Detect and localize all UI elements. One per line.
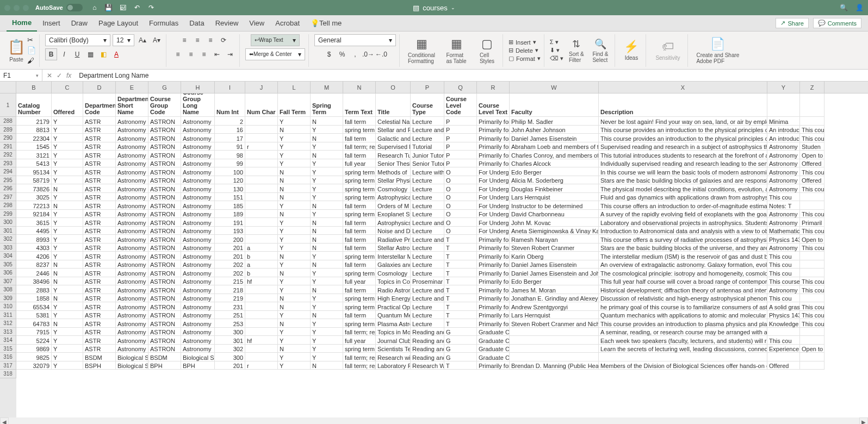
cell[interactable]: Y <box>278 336 311 345</box>
cell[interactable]: 58719 <box>16 176 52 185</box>
tab-page-layout[interactable]: Page Layout <box>93 15 144 32</box>
cell[interactable]: This cou <box>767 260 800 269</box>
cell[interactable]: Laboratory R <box>376 361 411 370</box>
cell[interactable]: Astronomy <box>181 126 215 134</box>
cell[interactable]: Members of the Division of Biological Sc… <box>599 361 767 370</box>
cell[interactable]: ASTR <box>83 328 116 336</box>
cell[interactable]: Lecture and <box>411 218 444 227</box>
comma-icon[interactable]: , <box>349 48 361 60</box>
cell[interactable]: N <box>52 319 83 328</box>
sort-filter-button[interactable]: ⇅Sort & Filter <box>566 38 587 63</box>
cell[interactable]: Junior Tutori <box>411 151 444 159</box>
cell[interactable]: Astronomy <box>116 126 148 134</box>
cell[interactable]: Astronomy <box>116 277 148 286</box>
cell[interactable]: Proseminar <box>411 277 444 286</box>
cancel-icon[interactable]: ✕ <box>47 72 52 79</box>
header-cell[interactable]: Course Group Long Name <box>181 93 215 117</box>
cell[interactable]: N <box>278 167 311 176</box>
cell[interactable]: Lecture <box>411 311 444 320</box>
cell[interactable]: Lecture <box>411 193 444 202</box>
cell[interactable]: Research Tu <box>376 151 411 159</box>
cell[interactable]: Astronomy <box>181 142 215 151</box>
cell[interactable]: fall term <box>343 235 376 244</box>
row-header[interactable]: 316 <box>0 353 16 361</box>
cell[interactable]: This cou <box>767 252 800 260</box>
cell[interactable]: Y <box>311 210 343 219</box>
row-header[interactable]: 291 <box>0 142 16 151</box>
tab-tell-me[interactable]: Tell me <box>305 15 347 32</box>
cell[interactable]: Astronomy <box>116 201 148 210</box>
cell[interactable]: Astronomy <box>116 193 148 202</box>
cell[interactable]: 72213 <box>16 201 52 210</box>
cell[interactable]: ASTRON <box>148 218 181 227</box>
cell[interactable]: Galaxies and <box>376 260 411 269</box>
cell[interactable]: Primarily for <box>477 269 510 277</box>
cell[interactable]: Astronomy 2 <box>767 285 800 294</box>
cell[interactable]: N <box>311 361 343 370</box>
cell[interactable]: T <box>444 361 477 370</box>
cell[interactable]: Y <box>311 252 343 260</box>
cell[interactable] <box>245 328 278 336</box>
cell[interactable]: Astronomy <box>116 319 148 328</box>
cell[interactable]: BPH <box>148 361 181 370</box>
cell[interactable]: Scientists Te <box>376 345 411 353</box>
cell[interactable]: spring term <box>343 319 376 328</box>
cell[interactable]: Steven Robert Cranmer and Nicho <box>510 319 599 328</box>
undo-icon[interactable]: ↶ <box>133 3 141 12</box>
cell[interactable]: spring term <box>343 252 376 260</box>
cell[interactable]: ASTRON <box>148 151 181 159</box>
cell[interactable]: Astronomy <box>116 227 148 235</box>
cell[interactable]: Celestial Na <box>376 117 411 126</box>
cell[interactable]: An introduc <box>767 126 800 134</box>
cell[interactable]: Astronomy <box>181 193 215 202</box>
cell[interactable]: Orders of M <box>376 201 411 210</box>
cell[interactable]: Astronomy <box>181 302 215 311</box>
cell[interactable]: 4495 <box>16 227 52 235</box>
cell[interactable]: spring term <box>343 167 376 176</box>
cell[interactable]: An introduc <box>767 134 800 142</box>
inc-decimal-icon[interactable]: .0→ <box>362 48 374 60</box>
cell[interactable]: Lecture and <box>411 285 444 294</box>
cell[interactable]: BPH <box>181 361 215 370</box>
underline-button[interactable]: U <box>71 48 83 60</box>
cell[interactable]: Y <box>52 193 83 202</box>
header-cell[interactable]: Faculty <box>510 93 599 117</box>
cell[interactable]: N <box>311 218 343 227</box>
cell[interactable]: fall term <box>343 311 376 320</box>
cell[interactable]: Y <box>278 117 311 126</box>
cell-styles-button[interactable]: ▢Cell Styles <box>475 37 499 64</box>
cell[interactable]: Y <box>52 126 83 134</box>
clear-button[interactable]: ⌫ ▾ <box>550 55 563 62</box>
cell[interactable]: fall term <box>343 117 376 126</box>
align-bot-icon[interactable]: ≡ <box>204 34 216 46</box>
cell[interactable]: 301 <box>215 336 245 345</box>
cell[interactable]: Astronomy <box>181 227 215 235</box>
cell[interactable]: N <box>311 134 343 142</box>
cell[interactable]: N <box>52 269 83 277</box>
cell[interactable]: Y <box>52 142 83 151</box>
cell[interactable] <box>245 319 278 328</box>
cell[interactable]: Y <box>278 277 311 286</box>
row-header[interactable]: 1 <box>0 93 16 117</box>
cell[interactable]: 73826 <box>16 184 52 193</box>
cell[interactable]: Andrew Szentgyorgyi <box>510 302 599 311</box>
row-header[interactable]: 298 <box>0 201 16 210</box>
row-header[interactable]: 301 <box>0 227 16 235</box>
cell[interactable]: 2883 <box>16 285 52 294</box>
cell[interactable]: Astronomy <box>181 167 215 176</box>
cell[interactable]: 100 <box>215 167 245 176</box>
row-header[interactable]: 310 <box>0 302 16 311</box>
cell[interactable]: Experience a <box>767 345 800 353</box>
cell[interactable]: 130 <box>215 184 245 193</box>
cell[interactable]: This cou <box>800 227 824 235</box>
cell[interactable]: Y <box>278 159 311 168</box>
cell[interactable]: 4206 <box>16 252 52 260</box>
cell[interactable]: Lecture <box>411 302 444 311</box>
row-header[interactable]: 290 <box>0 134 16 142</box>
cell[interactable]: Y <box>278 134 311 142</box>
cell[interactable]: ASTR <box>83 167 116 176</box>
cell[interactable]: This cou <box>800 277 824 286</box>
cell[interactable]: T <box>444 235 477 244</box>
fill-color-button[interactable]: ◧ <box>97 48 109 60</box>
cell[interactable]: This course provides an introduction to … <box>599 319 767 328</box>
